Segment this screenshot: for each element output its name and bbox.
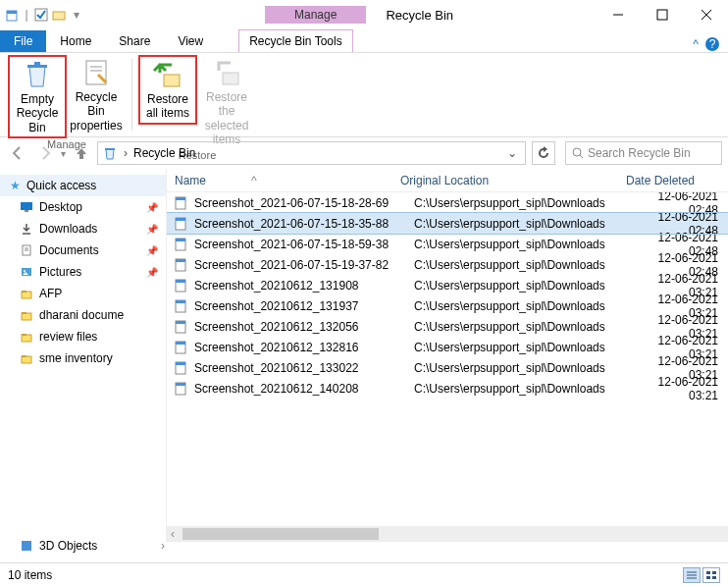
- svg-rect-56: [22, 541, 31, 551]
- sort-asc-icon: ^: [251, 174, 257, 187]
- svg-rect-3: [53, 12, 65, 20]
- svg-rect-32: [22, 335, 31, 342]
- svg-rect-34: [22, 356, 31, 363]
- sidebar-item-label: review files: [39, 330, 97, 344]
- scroll-left-icon[interactable]: ‹: [167, 527, 179, 541]
- file-name: Screenshot_2021-06-07-15-18-35-88: [194, 217, 414, 231]
- col-date-deleted[interactable]: Date Deleted: [618, 174, 728, 187]
- folder-icon: [20, 330, 33, 344]
- main-split: ★ Quick access Desktop📌Downloads📌Documen…: [0, 169, 728, 542]
- restore-all-icon: [152, 59, 183, 90]
- search-placeholder: Search Recycle Bin: [588, 146, 691, 160]
- svg-rect-20: [21, 202, 32, 210]
- sidebar-item-downloads[interactable]: Downloads📌: [0, 218, 166, 240]
- properties-label: Recycle Bin properties: [69, 90, 124, 133]
- file-original-location: C:\Users\erpsupport_sipl\Downloads: [414, 279, 640, 293]
- svg-point-18: [573, 148, 581, 156]
- sidebar-item-desktop[interactable]: Desktop📌: [0, 196, 166, 218]
- col-name[interactable]: Name ^: [167, 174, 392, 187]
- image-file-icon: [173, 278, 188, 293]
- sidebar-item-3d-objects[interactable]: 3D Objects ›: [0, 535, 167, 557]
- icons-view-button[interactable]: [702, 567, 720, 583]
- image-file-icon: [173, 195, 188, 211]
- recycle-bin-icon[interactable]: [4, 7, 20, 23]
- svg-rect-55: [176, 383, 185, 386]
- doc-icon: [20, 243, 33, 257]
- star-icon: ★: [10, 179, 21, 192]
- tab-file[interactable]: File: [0, 30, 46, 52]
- file-original-location: C:\Users\erpsupport_sipl\Downloads: [414, 217, 640, 231]
- window-title: Recycle Bin: [386, 8, 596, 23]
- scrollbar-thumb[interactable]: [182, 528, 379, 540]
- close-button[interactable]: [684, 0, 728, 29]
- minimize-button[interactable]: [596, 0, 640, 29]
- restore-selected-items-button[interactable]: Restore the selected items: [197, 55, 256, 149]
- sidebar-item-pictures[interactable]: Pictures📌: [0, 261, 166, 283]
- sidebar-item-dharani-docume[interactable]: dharani docume: [0, 304, 166, 326]
- file-original-location: C:\Users\erpsupport_sipl\Downloads: [414, 238, 640, 251]
- tab-home[interactable]: Home: [46, 30, 105, 52]
- qat-dropdown-icon[interactable]: ▾: [69, 7, 84, 23]
- empty-recycle-bin-button[interactable]: Empty Recycle Bin: [8, 55, 67, 138]
- sidebar-item-afp[interactable]: AFP: [0, 283, 166, 304]
- sidebar-item-label: sme inventory: [39, 351, 113, 365]
- tab-recycle-bin-tools[interactable]: Recycle Bin Tools: [238, 29, 353, 52]
- svg-rect-28: [22, 292, 31, 298]
- svg-rect-60: [706, 571, 710, 574]
- ribbon-collapse-icon[interactable]: ^: [693, 37, 699, 51]
- checkbox-checked-icon[interactable]: [33, 7, 49, 23]
- table-row[interactable]: Screenshot_20210612_140208C:\Users\erpsu…: [167, 378, 728, 399]
- sidebar-item-sme-inventory[interactable]: sme inventory: [0, 347, 166, 369]
- tab-share[interactable]: Share: [105, 30, 164, 52]
- sidebar-item-review-files[interactable]: review files: [0, 326, 166, 347]
- maximize-button[interactable]: [640, 0, 684, 29]
- up-button[interactable]: [70, 141, 93, 165]
- recent-dropdown-icon[interactable]: ▾: [61, 148, 66, 159]
- details-view-button[interactable]: [683, 567, 701, 583]
- file-name: Screenshot_2021-06-07-15-18-59-38: [194, 238, 414, 251]
- svg-text:?: ?: [709, 37, 716, 51]
- qat-sep: |: [22, 8, 31, 22]
- chevron-right-icon[interactable]: ›: [161, 539, 165, 553]
- svg-rect-17: [105, 148, 115, 150]
- search-box[interactable]: Search Recycle Bin: [565, 141, 722, 165]
- back-button[interactable]: [6, 141, 29, 165]
- address-bar[interactable]: › Recycle Bin ⌄: [97, 141, 526, 165]
- file-original-location: C:\Users\erpsupport_sipl\Downloads: [414, 258, 640, 272]
- svg-rect-11: [34, 62, 40, 65]
- col-original-location[interactable]: Original Location: [392, 174, 618, 187]
- pin-icon: 📌: [146, 202, 158, 213]
- column-headers: Name ^ Original Location Date Deleted: [167, 169, 728, 192]
- svg-rect-45: [176, 280, 185, 283]
- sidebar-item-label: dharani docume: [39, 308, 124, 322]
- help-icon[interactable]: ?: [704, 36, 720, 52]
- pic-icon: [20, 265, 33, 279]
- folder-new-icon[interactable]: [51, 7, 67, 23]
- desktop-icon: [20, 200, 33, 214]
- titlebar: | ▾ Manage Recycle Bin: [0, 0, 728, 29]
- horizontal-scrollbar[interactable]: ‹: [167, 526, 728, 542]
- restore-selected-icon: [211, 57, 242, 88]
- tab-view[interactable]: View: [164, 30, 217, 52]
- file-name: Screenshot_20210612_131908: [194, 279, 414, 293]
- image-file-icon: [173, 381, 188, 397]
- sidebar-item-label: Desktop: [39, 200, 82, 214]
- sidebar-quick-access[interactable]: ★ Quick access: [0, 175, 166, 196]
- restore-all-items-button[interactable]: Restore all items: [138, 55, 197, 125]
- forward-button[interactable]: [33, 141, 57, 165]
- breadcrumb-sep-icon[interactable]: ›: [124, 146, 128, 160]
- refresh-button[interactable]: [532, 141, 555, 165]
- file-name: Screenshot_20210612_131937: [194, 299, 414, 313]
- folder-icon: [20, 287, 33, 300]
- empty-bin-icon: [22, 59, 53, 90]
- sidebar-item-documents[interactable]: Documents📌: [0, 240, 166, 261]
- svg-rect-37: [176, 197, 185, 200]
- breadcrumb[interactable]: Recycle Bin: [133, 146, 195, 160]
- file-original-location: C:\Users\erpsupport_sipl\Downloads: [414, 196, 640, 210]
- recycle-bin-properties-button[interactable]: Recycle Bin properties: [67, 55, 126, 134]
- svg-point-27: [24, 270, 26, 272]
- address-dropdown-icon[interactable]: ⌄: [503, 146, 521, 160]
- file-name: Screenshot_20210612_132816: [194, 341, 414, 354]
- svg-rect-21: [25, 210, 28, 212]
- image-file-icon: [173, 360, 188, 376]
